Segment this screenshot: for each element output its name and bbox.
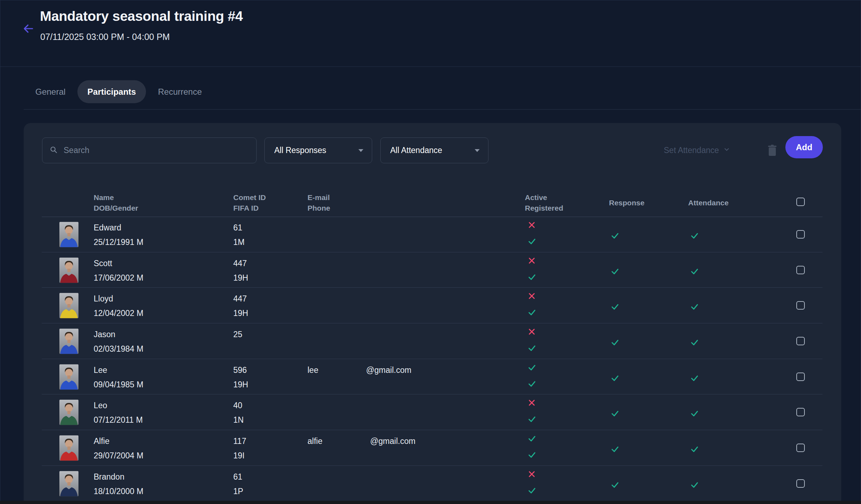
response-status bbox=[610, 231, 620, 240]
registered-status bbox=[527, 272, 537, 282]
check-icon bbox=[527, 344, 537, 353]
attendance-status bbox=[690, 480, 699, 490]
header-divider bbox=[0, 66, 861, 67]
tab-general[interactable]: General bbox=[35, 87, 65, 97]
active-status bbox=[527, 363, 537, 372]
tab-participants[interactable]: Participants bbox=[77, 80, 146, 103]
x-icon bbox=[527, 398, 536, 407]
participant-row: Lloyd 12/04/2002 M 447 19H bbox=[24, 288, 841, 323]
participant-row: Edward 25/12/1991 M 61 1M bbox=[24, 217, 841, 252]
check-icon bbox=[690, 480, 699, 490]
participant-email: lee@gmail.com bbox=[308, 365, 411, 375]
delete-button[interactable] bbox=[765, 141, 780, 160]
back-button[interactable] bbox=[21, 22, 35, 36]
active-status bbox=[527, 470, 537, 479]
check-icon bbox=[610, 231, 620, 240]
responses-filter-select[interactable]: All Responses bbox=[264, 137, 372, 163]
response-status bbox=[610, 338, 620, 347]
row-checkbox[interactable] bbox=[796, 337, 805, 345]
row-checkbox[interactable] bbox=[796, 408, 805, 416]
active-status bbox=[527, 434, 537, 443]
player-avatar bbox=[59, 364, 78, 390]
chevron-down-icon bbox=[723, 146, 730, 155]
participant-name: Brandon bbox=[94, 472, 124, 482]
x-icon bbox=[527, 256, 536, 265]
participant-name: Jason bbox=[94, 330, 115, 339]
row-checkbox[interactable] bbox=[796, 230, 805, 239]
participant-email bbox=[308, 401, 355, 410]
attendance-filter-select[interactable]: All Attendance bbox=[380, 137, 488, 163]
search-box[interactable] bbox=[42, 137, 257, 163]
attendance-filter-value: All Attendance bbox=[390, 146, 442, 155]
column-header-attendance: Attendance bbox=[688, 198, 728, 208]
comet-id: 596 bbox=[233, 365, 247, 375]
search-icon bbox=[49, 146, 58, 156]
check-icon bbox=[610, 338, 620, 347]
comet-id: 447 bbox=[233, 259, 247, 268]
row-checkbox[interactable] bbox=[796, 444, 805, 452]
table-body: Edward 25/12/1991 M 61 1M bbox=[24, 217, 841, 502]
event-datetime: 07/11/2025 03:00 PM - 04:00 PM bbox=[40, 32, 170, 42]
registered-status bbox=[527, 450, 537, 459]
participant-dob-gender: 17/06/2002 M bbox=[94, 273, 144, 283]
app-window: Mandatory seasonal training #4 07/11/202… bbox=[0, 0, 861, 504]
row-checkbox[interactable] bbox=[796, 479, 805, 488]
email-domain-part: @gmail.com bbox=[366, 365, 411, 375]
check-icon bbox=[527, 415, 537, 424]
participant-dob-gender: 25/12/1991 M bbox=[94, 238, 144, 247]
responses-filter-value: All Responses bbox=[274, 146, 326, 155]
player-avatar bbox=[59, 257, 78, 283]
row-checkbox[interactable] bbox=[796, 373, 805, 381]
check-icon bbox=[690, 231, 699, 240]
check-icon bbox=[610, 409, 620, 418]
check-icon bbox=[690, 409, 699, 418]
participant-email bbox=[308, 223, 355, 233]
horizontal-scrollbar[interactable] bbox=[0, 501, 861, 504]
participant-row: Brandon 18/10/2000 M 61 1P bbox=[24, 466, 841, 502]
comet-id: 117 bbox=[233, 436, 246, 446]
check-icon bbox=[610, 374, 620, 383]
response-status bbox=[610, 409, 620, 418]
participant-name: Edward bbox=[94, 223, 121, 233]
response-status bbox=[610, 374, 620, 383]
participant-email: alfie@gmail.com bbox=[308, 436, 415, 446]
check-icon bbox=[610, 302, 620, 311]
tab-recurrence[interactable]: Recurrence bbox=[158, 87, 202, 97]
column-header-comet-id: Comet IDFIFA ID bbox=[233, 192, 266, 213]
participant-row: Alfie 29/07/2004 M 117 19I alfie@gmail.c… bbox=[24, 430, 841, 466]
player-avatar bbox=[59, 399, 78, 425]
check-icon bbox=[527, 379, 537, 388]
attendance-status bbox=[690, 338, 699, 347]
email-local-part: alfie bbox=[308, 436, 322, 446]
row-checkbox[interactable] bbox=[796, 266, 805, 274]
check-icon bbox=[527, 486, 537, 495]
email-domain-part: @gmail.com bbox=[370, 436, 415, 446]
fifa-id: 1N bbox=[233, 415, 244, 425]
trash-icon bbox=[768, 145, 777, 157]
attendance-status bbox=[690, 231, 699, 240]
participant-email bbox=[308, 294, 355, 304]
check-icon bbox=[610, 267, 620, 276]
active-status bbox=[527, 221, 537, 230]
check-icon bbox=[610, 445, 620, 454]
registered-status bbox=[527, 344, 537, 353]
add-button[interactable]: Add bbox=[785, 136, 823, 158]
player-avatar bbox=[59, 471, 78, 497]
attendance-status bbox=[690, 374, 699, 383]
set-attendance-button[interactable]: Set Attendance bbox=[664, 137, 730, 163]
check-icon bbox=[527, 363, 537, 372]
response-status bbox=[610, 267, 620, 276]
check-icon bbox=[690, 267, 699, 276]
response-status bbox=[610, 445, 620, 454]
participant-row: Scott 17/06/2002 M 447 19H bbox=[24, 252, 841, 288]
participant-dob-gender: 07/12/2011 M bbox=[94, 415, 143, 425]
column-header-email: E-mailPhone bbox=[308, 192, 330, 213]
search-input[interactable] bbox=[64, 146, 249, 155]
column-header-response: Response bbox=[609, 198, 644, 208]
attendance-status bbox=[690, 445, 699, 454]
row-checkbox[interactable] bbox=[796, 301, 805, 310]
participant-name: Lloyd bbox=[94, 294, 113, 304]
fifa-id: 1P bbox=[233, 487, 243, 496]
check-icon bbox=[527, 308, 537, 317]
select-all-checkbox[interactable] bbox=[796, 198, 805, 206]
